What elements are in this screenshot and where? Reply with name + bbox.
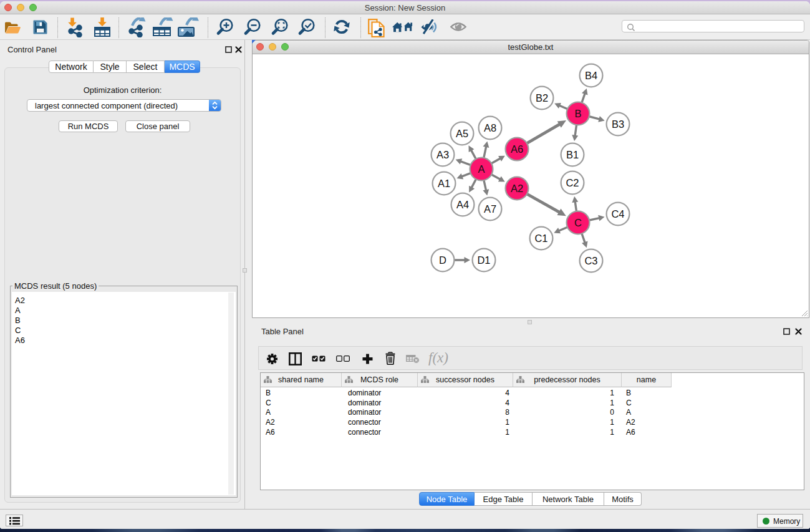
svg-text:A4: A4 xyxy=(456,199,469,210)
svg-text:C3: C3 xyxy=(584,255,597,266)
svg-text:A6: A6 xyxy=(511,143,523,155)
svg-text:B4: B4 xyxy=(585,70,597,81)
svg-text:B: B xyxy=(574,108,581,119)
svg-text:C: C xyxy=(574,217,582,228)
svg-text:D: D xyxy=(439,254,446,266)
svg-text:A5: A5 xyxy=(456,128,468,139)
svg-text:A8: A8 xyxy=(484,122,496,133)
svg-text:B2: B2 xyxy=(536,92,548,104)
svg-text:A7: A7 xyxy=(484,203,496,215)
svg-text:C1: C1 xyxy=(534,233,547,244)
svg-text:C2: C2 xyxy=(566,177,579,188)
svg-text:B3: B3 xyxy=(612,118,624,130)
svg-text:A3: A3 xyxy=(436,149,449,160)
svg-text:B1: B1 xyxy=(566,149,579,160)
svg-text:A: A xyxy=(478,163,485,175)
svg-text:A1: A1 xyxy=(438,178,450,189)
svg-text:A2: A2 xyxy=(511,183,523,194)
svg-text:C4: C4 xyxy=(611,208,624,220)
svg-text:D1: D1 xyxy=(477,254,490,266)
